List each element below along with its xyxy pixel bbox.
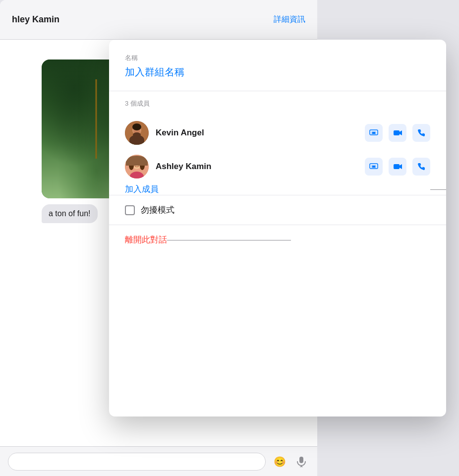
chat-header: hley Kamin 詳細資訊	[0, 0, 317, 40]
chat-input-bar: 😊	[0, 446, 317, 476]
members-count-label: 3 個成員	[125, 99, 430, 108]
member-row-kevin: Kevin Angel	[125, 116, 430, 150]
ashley-phone-button[interactable]	[412, 158, 430, 176]
dnd-row: 勿擾模式	[125, 195, 430, 225]
leave-conversation-button[interactable]: 離開此對話	[125, 234, 167, 245]
svg-marker-13	[400, 130, 402, 135]
mic-button[interactable]	[293, 454, 309, 470]
svg-point-15	[131, 157, 142, 166]
svg-point-6	[133, 132, 141, 137]
add-member-row[interactable]: 加入成員	[125, 183, 430, 195]
member-name-kevin: Kevin Angel	[156, 128, 358, 138]
svg-point-7	[132, 123, 141, 130]
kevin-screenshare-button[interactable]	[365, 124, 383, 142]
avatar-kevin	[125, 121, 149, 145]
member-name-ashley: Ashley Kamin	[156, 162, 358, 172]
message-input[interactable]	[8, 453, 266, 471]
member-row-ashley: Ashley Kamin	[125, 150, 430, 183]
svg-rect-22	[372, 166, 375, 168]
add-member-callout-line	[430, 189, 446, 190]
add-member-label[interactable]: 加入成員	[125, 183, 159, 195]
ashley-actions	[365, 158, 430, 176]
svg-point-16	[132, 160, 141, 169]
leave-callout-line	[167, 240, 291, 240]
ashley-screenshare-button[interactable]	[365, 158, 383, 176]
svg-point-17	[129, 161, 134, 170]
svg-point-8	[130, 138, 144, 145]
divider-1	[109, 91, 446, 91]
detail-button[interactable]: 詳細資訊	[274, 14, 305, 25]
ashley-video-button[interactable]	[389, 158, 406, 176]
detail-panel: 名稱 加入群組名稱 3 個成員 Kevin A	[109, 40, 446, 416]
kevin-video-button[interactable]	[389, 124, 406, 142]
dnd-checkbox[interactable]	[125, 205, 135, 215]
dnd-label: 勿擾模式	[141, 204, 174, 216]
svg-point-18	[140, 161, 145, 170]
kevin-actions	[365, 124, 430, 142]
svg-marker-24	[400, 164, 402, 169]
group-name-input[interactable]: 加入群組名稱	[125, 65, 430, 79]
svg-rect-23	[394, 164, 400, 169]
avatar-ashley	[125, 155, 149, 178]
fun-message-bubble: a ton of fun!	[42, 204, 98, 223]
chat-contact-name: hley Kamin	[12, 14, 59, 25]
detail-panel-content: 名稱 加入群組名稱 3 個成員 Kevin A	[109, 40, 446, 268]
svg-rect-12	[394, 130, 400, 135]
leave-row: 離開此對話	[125, 225, 430, 254]
rope-decoration	[96, 79, 97, 159]
svg-rect-11	[372, 132, 375, 134]
name-field-label: 名稱	[125, 54, 430, 62]
emoji-button[interactable]: 😊	[272, 454, 287, 470]
svg-rect-0	[299, 457, 303, 463]
kevin-phone-button[interactable]	[412, 124, 430, 142]
